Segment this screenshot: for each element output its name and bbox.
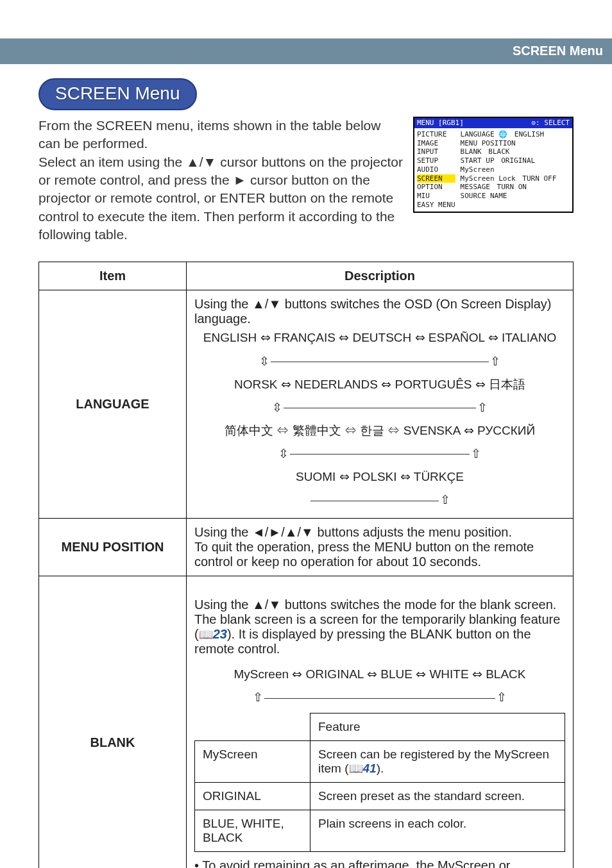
manual-ref-icon: 📖 [349, 762, 363, 776]
feature-head: Feature [310, 714, 565, 741]
row-language-desc: Using the ▲/▼ buttons switches the OSD (… [187, 290, 574, 519]
osd-right-column: LANGUAGE 🌐 ENGLISHMENU POSITIONBLANK BLA… [458, 128, 572, 212]
section-header-bar: SCREEN Menu [0, 38, 612, 64]
row-blank-label: BLANK [39, 576, 187, 868]
description-table: Item Description LANGUAGE Using the ▲/▼ … [38, 262, 574, 868]
row-menu-position-desc: Using the ◄/►/▲/▼ buttons adjusts the me… [187, 519, 574, 576]
flow-up-icon: ⇧ [477, 401, 488, 414]
osd-right-item: MENU POSITION [461, 139, 570, 148]
osd-right-item: LANGUAGE 🌐 ENGLISH [461, 130, 570, 139]
osd-left-item: AUDIO [417, 165, 455, 174]
col-item-head: Item [39, 262, 187, 290]
osd-right-item: MESSAGE TURN ON [461, 183, 570, 192]
osd-left-item: SETUP [417, 156, 455, 165]
flow-connector-icon: ⇳ [259, 355, 269, 368]
blank-lead-b: ). It is displayed by pressing the BLANK… [194, 627, 531, 656]
lang-line-1: ENGLISH ⇔ FRANÇAIS ⇔ DEUTSCH ⇔ ESPAÑOL ⇔… [203, 326, 556, 349]
flow-up-icon: ⇧ [497, 690, 507, 704]
row-blank-desc: Using the ▲/▼ buttons switches the mode … [187, 576, 574, 868]
flow-connector-icon: ⇳ [272, 401, 282, 414]
feature-myscreen-val: Screen can be registered by the MyScreen… [310, 741, 565, 783]
osd-right-item: BLANK BLACK [461, 147, 570, 156]
osd-right-item: SOURCE NAME [461, 192, 570, 201]
blank-cycle: MyScreen ⇔ ORIGINAL ⇔ BLUE ⇔ WHITE ⇔ BLA… [234, 663, 525, 686]
globe-icon: 🌐 [498, 130, 507, 139]
flow-up-icon: ⇧ [471, 447, 481, 460]
osd-left-item: OPTION [417, 183, 455, 192]
feature-original-key: ORIGINAL [195, 783, 310, 810]
blank-ref-41: 41 [363, 762, 377, 775]
osd-right-item: MyScreen Lock TURN OFF [461, 174, 570, 183]
feature-colors-val: Plain screens in each color. [310, 810, 565, 852]
flow-up-icon: ⇧ [440, 493, 450, 506]
osd-left-item: IMAGE [417, 139, 455, 148]
section-header-title: SCREEN Menu [513, 44, 603, 58]
osd-left-item: INPUT [417, 147, 455, 156]
osd-header-right: ⊙: SELECT [531, 119, 570, 128]
manual-ref-icon: 📖 [199, 628, 213, 642]
flow-connector-icon: ⇳ [278, 447, 289, 460]
osd-header-left: MENU [RGB1] [417, 119, 464, 128]
flow-up-icon: ⇧ [253, 690, 263, 704]
osd-left-item: PICTURE [417, 130, 455, 139]
osd-right-item: MyScreen [461, 165, 570, 174]
osd-left-column: PICTUREIMAGEINPUTSETUPAUDIOSCREENOPTIONM… [414, 128, 458, 212]
col-desc-head: Description [187, 262, 574, 290]
lang-line-2: NORSK ⇔ NEDERLANDS ⇔ PORTUGUÊS ⇔ 日本語 [234, 373, 525, 396]
flow-up-icon: ⇧ [490, 355, 500, 368]
row-language-label: LANGUAGE [39, 290, 187, 519]
screen-menu-badge: SCREEN Menu [38, 78, 197, 110]
feature-myscreen-key: MyScreen [195, 741, 310, 783]
feature-colors-key: BLUE, WHITE, BLACK [195, 810, 310, 852]
osd-left-item: MIU [417, 192, 455, 201]
blank-ref-23: 23 [213, 627, 227, 641]
row-menu-position-label: MENU POSITION [39, 519, 187, 576]
osd-right-item: START UP ORIGINAL [461, 156, 570, 165]
intro-paragraph: From the SCREEN menu, items shown in the… [38, 117, 404, 244]
osd-left-item: EASY MENU [417, 201, 455, 210]
osd-preview: MENU [RGB1] ⊙: SELECT PICTUREIMAGEINPUTS… [413, 117, 574, 213]
blank-note: • To avoid remaining as an afterimage, t… [194, 858, 565, 868]
osd-left-item: SCREEN [417, 174, 455, 183]
blank-feature-table: Feature MyScreen Screen can be registere… [194, 713, 565, 852]
feature-original-val: Screen preset as the standard screen. [310, 783, 565, 810]
lang-line-4: SUOMI ⇔ POLSKI ⇔ TÜRKÇE [296, 465, 464, 488]
lang-line-3: 简体中文 ⇔ 繁體中文 ⇔ 한글 ⇔ SVENSKA ⇔ РУССКИЙ [225, 419, 535, 442]
language-lead: Using the ▲/▼ buttons switches the OSD (… [194, 297, 565, 326]
